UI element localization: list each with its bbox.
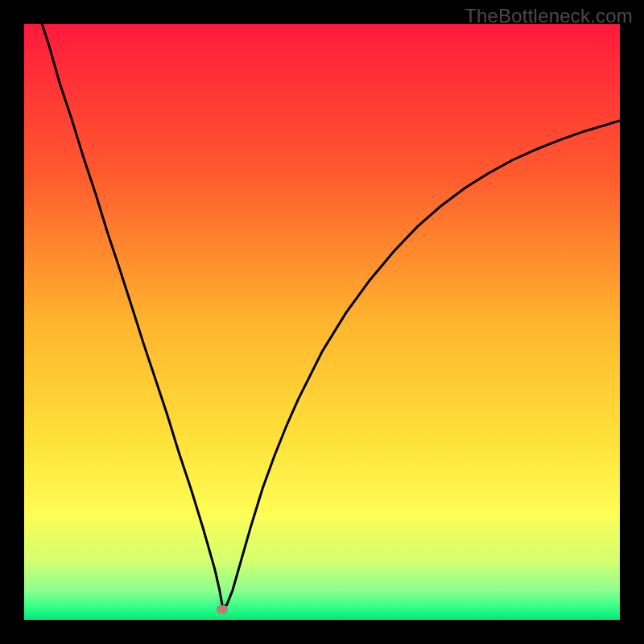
chart-container: TheBottleneck.com [0, 0, 644, 644]
watermark-text: TheBottleneck.com [464, 5, 633, 27]
svg-rect-0 [24, 24, 620, 620]
background-gradient [24, 24, 620, 620]
optimum-marker [217, 605, 228, 613]
plot-area [24, 24, 620, 620]
